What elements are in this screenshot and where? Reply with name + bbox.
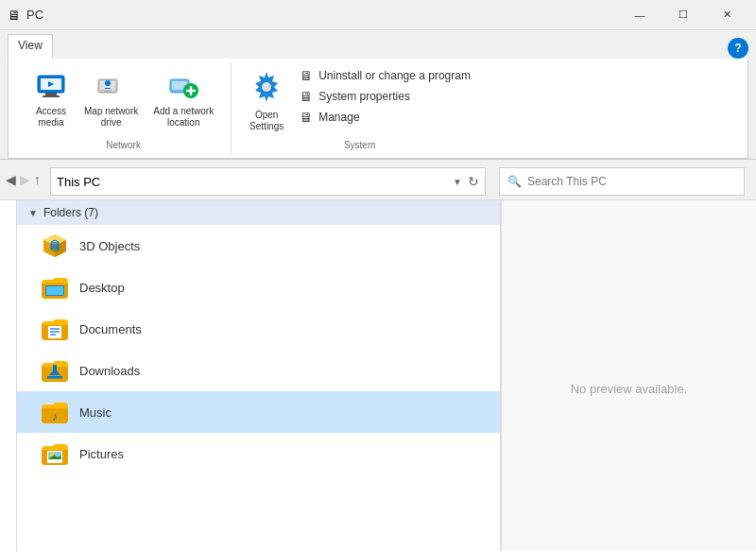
preview-text: No preview available.	[571, 382, 688, 396]
system-properties-icon: 🖥	[300, 89, 313, 104]
network-group-label: Network	[106, 140, 141, 150]
manage-label: Manage	[318, 111, 359, 124]
folder-item-desktop[interactable]: Desktop	[17, 267, 500, 308]
section-chevron-icon: ▼	[28, 208, 38, 218]
folder-item-documents[interactable]: Documents	[17, 308, 500, 350]
title-bar: 🖥 PC — ☐ ✕	[0, 0, 756, 30]
preview-pane: No preview available.	[501, 200, 756, 551]
folder-icon-music: ♪	[40, 397, 70, 427]
folder-item-pictures[interactable]: Pictures	[17, 433, 500, 474]
svg-rect-21	[51, 242, 59, 250]
uninstall-icon: 🖥	[300, 68, 313, 83]
uninstall-button[interactable]: 🖥 Uninstall or change a program	[294, 66, 476, 85]
system-group-label: System	[344, 140, 375, 150]
folders-section-label: Folders (7)	[43, 206, 98, 219]
title-bar-title: PC	[26, 8, 43, 22]
nav-row: ◀ ▶ ↑ This PC ▼ ↻ 🔍	[6, 164, 750, 196]
file-list: ▼ Folders (7) 3D Objects	[17, 200, 501, 551]
ribbon: View ? Accessmedia Map networkdrive	[0, 30, 756, 160]
sidebar	[0, 200, 17, 551]
folders-section-header[interactable]: ▼ Folders (7)	[17, 200, 500, 225]
folder-item-3d-objects[interactable]: 3D Objects	[17, 225, 500, 267]
address-path: This PC	[57, 175, 447, 189]
open-settings-icon	[249, 70, 284, 108]
app-icon: 🖥	[8, 8, 21, 23]
ribbon-tabs: View ?	[8, 34, 748, 59]
svg-point-8	[105, 80, 111, 86]
folder-icon-desktop	[40, 272, 70, 302]
svg-text:♪: ♪	[52, 409, 59, 423]
add-network-location-label: Add a networklocation	[153, 106, 214, 129]
title-bar-controls: — ☐ ✕	[618, 0, 748, 30]
svg-rect-4	[43, 95, 60, 97]
search-bar[interactable]: 🔍	[499, 167, 745, 196]
svg-rect-7	[104, 91, 112, 93]
folder-item-downloads[interactable]: Downloads	[17, 350, 500, 391]
tab-view[interactable]: View	[8, 34, 53, 59]
ribbon-group-system: OpenSettings 🖥 Uninstall or change a pro…	[232, 62, 488, 154]
system-properties-label: System properties	[318, 90, 410, 103]
manage-icon: 🖥	[300, 110, 313, 125]
folder-name-pictures: Pictures	[79, 447, 124, 461]
uninstall-label: Uninstall or change a program	[318, 69, 471, 82]
search-icon: 🔍	[507, 175, 522, 188]
file-list-scroll[interactable]: ▼ Folders (7) 3D Objects	[17, 200, 500, 551]
nav-back-button[interactable]: ◀	[6, 172, 16, 187]
nav-forward-button[interactable]: ▶	[20, 172, 30, 187]
system-list-group: 🖥 Uninstall or change a program 🖥 System…	[294, 66, 476, 127]
map-network-drive-icon	[96, 70, 127, 104]
folder-item-music[interactable]: ♪ Music	[17, 391, 500, 433]
folder-icon-downloads	[40, 355, 70, 386]
ribbon-content: Accessmedia Map networkdrive Add a netwo…	[8, 59, 748, 159]
address-refresh-icon[interactable]: ↻	[468, 174, 479, 189]
folder-name-3d-objects: 3D Objects	[79, 239, 140, 253]
svg-point-37	[50, 453, 54, 456]
access-media-icon	[36, 70, 66, 104]
map-network-drive-button[interactable]: Map networkdrive	[78, 66, 144, 132]
folder-name-downloads: Downloads	[79, 364, 140, 378]
help-button[interactable]: ?	[728, 38, 748, 59]
ribbon-system-items: OpenSettings 🖥 Uninstall or change a pro…	[243, 66, 476, 136]
folder-icon-3d-objects	[40, 231, 70, 261]
nav-up-button[interactable]: ↑	[34, 172, 41, 187]
system-properties-button[interactable]: 🖥 System properties	[294, 87, 476, 106]
ribbon-network-items: Accessmedia Map networkdrive Add a netwo…	[27, 66, 219, 136]
address-bar[interactable]: This PC ▼ ↻	[50, 167, 486, 196]
svg-rect-30	[53, 365, 57, 372]
search-input[interactable]	[527, 175, 736, 188]
folder-name-music: Music	[79, 405, 112, 420]
folder-name-desktop: Desktop	[79, 281, 125, 295]
svg-rect-24	[46, 286, 63, 295]
folder-name-documents: Documents	[79, 322, 142, 336]
add-network-location-icon	[168, 70, 198, 104]
minimize-button[interactable]: —	[618, 0, 662, 30]
access-media-label: Accessmedia	[36, 106, 66, 129]
svg-rect-9	[105, 88, 111, 89]
svg-point-16	[262, 82, 271, 92]
folder-icon-pictures	[40, 439, 70, 469]
maximize-button[interactable]: ☐	[662, 0, 705, 30]
folder-icon-documents	[40, 314, 70, 344]
main-layout: ▼ Folders (7) 3D Objects	[0, 199, 756, 551]
address-chevron-icon[interactable]: ▼	[453, 177, 462, 187]
svg-rect-3	[45, 93, 57, 95]
manage-button[interactable]: 🖥 Manage	[294, 108, 476, 127]
map-network-drive-label: Map networkdrive	[84, 106, 138, 129]
open-settings-button[interactable]: OpenSettings	[243, 66, 290, 136]
add-network-location-button[interactable]: Add a networklocation	[147, 66, 219, 132]
access-media-button[interactable]: Accessmedia	[27, 66, 75, 132]
svg-rect-31	[47, 376, 62, 379]
ribbon-group-network: Accessmedia Map networkdrive Add a netwo…	[16, 62, 232, 154]
title-bar-left: 🖥 PC	[8, 8, 43, 23]
close-button[interactable]: ✕	[705, 0, 748, 30]
open-settings-label: OpenSettings	[249, 110, 284, 132]
